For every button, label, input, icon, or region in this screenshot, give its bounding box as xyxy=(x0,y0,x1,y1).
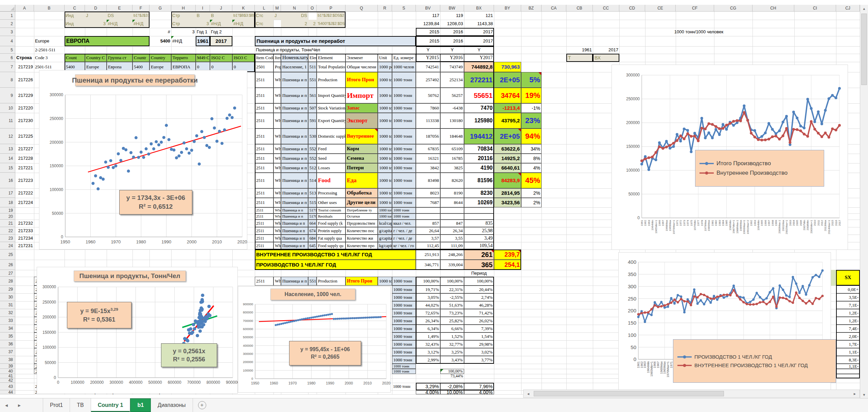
cell-L26[interactable]: ПРОИЗВОДСТВО 1 ЧЕЛ./КГ ГОД xyxy=(255,260,416,270)
cell-S37[interactable]: 1000 тонн xyxy=(392,348,416,356)
cell-R13[interactable]: 1000 ton xyxy=(378,144,392,154)
cell-CJ39[interactable]: 1,1E- xyxy=(836,364,860,369)
cell-Q24[interactable]: Количество про xyxy=(346,242,378,250)
row-header-38[interactable]: 38 xyxy=(0,356,15,364)
cell-BW22[interactable]: 26,34 xyxy=(440,227,464,235)
cell-CJ37[interactable]: 1,1E- xyxy=(836,348,860,356)
row-header-26[interactable]: 26 xyxy=(0,260,15,270)
cell-O14[interactable]: 5527 xyxy=(308,154,317,163)
cell-S7[interactable]: 1000 челов xyxy=(392,62,416,72)
cell-N22[interactable]: Пшеница и п xyxy=(281,227,308,235)
cell-P19[interactable]: Tourist consum xyxy=(317,207,346,213)
cell-BV11[interactable]: 113338 xyxy=(416,113,440,128)
tab-nav-left-icon[interactable]: ◄ xyxy=(0,398,13,412)
cell-L14[interactable]: 2511 xyxy=(255,154,273,163)
cell-M7[interactable]: Popu xyxy=(273,62,281,72)
cell-P2[interactable]: '5400'!$J$2:$DS$2 xyxy=(317,20,346,28)
row-header-39[interactable]: 39 xyxy=(0,364,15,369)
cell-J3[interactable]: Год 2 xyxy=(210,28,232,36)
row-header-13[interactable]: 13 xyxy=(0,144,15,154)
hscroll-thumb[interactable] xyxy=(534,391,724,396)
column-header-BX[interactable]: BX xyxy=(464,5,494,12)
cell-BZ12[interactable]: 94% xyxy=(521,128,542,144)
cell-O10[interactable]: 5072 xyxy=(308,103,317,113)
cell-BW23[interactable]: 3,55 xyxy=(440,235,464,242)
cell-B5[interactable]: 2-2501-511 xyxy=(34,46,65,54)
cell-O23[interactable]: 684 xyxy=(308,235,317,242)
row-header-9[interactable]: 9 xyxy=(0,88,15,103)
cell-Q23[interactable]: Количество жи xyxy=(346,235,378,242)
cell-BX12[interactable]: 194412 xyxy=(464,128,494,144)
cell-R21[interactable]: kcal/capi xyxy=(378,220,392,227)
cell-P23[interactable]: Fat supply qua xyxy=(317,235,346,242)
cell-H4[interactable]: #Н/Д xyxy=(171,36,196,46)
cell-R22[interactable]: g/capita/ xyxy=(378,227,392,235)
cell-E1[interactable]: DS xyxy=(107,12,132,20)
cell-BX14[interactable]: 20116 xyxy=(464,154,494,163)
cell-BX44[interactable]: 4,00% xyxy=(464,390,494,394)
cell-O6[interactable]: Elemen xyxy=(308,54,317,62)
cell-BX26[interactable]: 365 xyxy=(464,260,494,270)
cell-E2[interactable]: #Н/Д xyxy=(107,20,132,28)
row-header-24[interactable]: 24 xyxy=(0,242,15,250)
row-header-10[interactable]: 10 xyxy=(0,103,15,113)
cell-BZ17[interactable]: 2% xyxy=(521,188,542,198)
column-header-R[interactable]: R xyxy=(378,5,392,12)
cell-BV10[interactable]: 7860 xyxy=(416,103,440,113)
cell-P20[interactable]: Residuals xyxy=(317,213,346,220)
cell-P14[interactable]: Seed xyxy=(317,154,346,163)
row-header-22[interactable]: 22 xyxy=(0,227,15,235)
cell-H6[interactable]: Террито xyxy=(171,54,196,62)
cell-L13[interactable]: 2511 xyxy=(255,144,273,154)
cell-N16[interactable]: Пшеница и п xyxy=(281,173,308,188)
cell-A12[interactable]: 217225 xyxy=(15,128,34,144)
cell-BY17[interactable]: 2814,95 xyxy=(494,188,521,198)
row-header-29[interactable]: 29 xyxy=(0,286,15,293)
cell-BW41[interactable]: 73,44% xyxy=(440,374,464,378)
cell-B6[interactable]: Code 3 xyxy=(34,54,65,62)
column-header-B[interactable]: B xyxy=(34,5,65,12)
cell-BY13[interactable]: 63622,6 xyxy=(494,144,521,154)
cell-P8[interactable]: Production xyxy=(317,72,346,88)
cell-BZ8[interactable]: 5% xyxy=(521,72,542,88)
cell-D6[interactable]: Country C xyxy=(85,54,107,62)
cell-I4[interactable]: 1961 xyxy=(196,36,210,46)
cell-A21[interactable]: 217232 xyxy=(15,220,34,227)
cell-BX2[interactable]: 1143,38 xyxy=(464,20,494,28)
cell-CC5[interactable]: 2017 xyxy=(593,46,619,54)
cell-P17[interactable]: Processing xyxy=(317,188,346,198)
cell-BV16[interactable]: 83498 xyxy=(416,173,440,188)
cell-N8[interactable]: Пшеница и п xyxy=(281,72,308,88)
cell-BV20[interactable] xyxy=(416,213,440,220)
cell-Q28[interactable]: Итого Прои xyxy=(346,277,378,286)
row-header-43[interactable]: 43 xyxy=(0,383,15,390)
cell-BW10[interactable]: -6438 xyxy=(440,103,464,113)
wheat-production-scatter[interactable]: 0500001000001500002000002500003000001950… xyxy=(39,70,247,250)
cell-CJ34[interactable]: 7,4E- xyxy=(836,325,860,332)
cell-O22[interactable]: 674 xyxy=(308,227,317,235)
cell-L11[interactable]: 2511 xyxy=(255,113,273,128)
cell-Q15[interactable]: Потери xyxy=(346,163,378,173)
cell-S10[interactable]: 1000 тонн xyxy=(392,103,416,113)
cell-M15[interactable]: Whe xyxy=(273,163,281,173)
cell-BX29[interactable]: 20,44% xyxy=(464,286,494,293)
cell-Q20[interactable]: Остатки xyxy=(346,213,378,220)
cell-BW7[interactable]: 743749 xyxy=(440,62,464,72)
cell-BV32[interactable]: 72,65% xyxy=(416,309,440,317)
cell-BW29[interactable]: 22,31% xyxy=(440,286,464,293)
cell-BW1[interactable]: 119 xyxy=(440,12,464,20)
cell-BV36[interactable]: 32,43% xyxy=(416,340,440,348)
cell-M22[interactable]: Whe xyxy=(273,227,281,235)
cell-O15[interactable]: 5123 xyxy=(308,163,317,173)
cell-K1[interactable]: b1'!$B$3:$B$206 xyxy=(232,12,255,20)
vertical-scrollbar[interactable]: ▲▼ xyxy=(860,5,868,398)
cell-BW44[interactable]: 10,00% xyxy=(440,390,464,394)
cell-O24[interactable]: 645 xyxy=(308,242,317,250)
cell-BX35[interactable]: 1,54% xyxy=(464,332,494,340)
cell-S13[interactable]: 1000 тонн xyxy=(392,144,416,154)
cell-S34[interactable]: 1000 тонн xyxy=(392,325,416,332)
column-header-CC[interactable]: CC xyxy=(593,5,619,12)
cell-S16[interactable]: 1000 тонн xyxy=(392,173,416,188)
cell-S28[interactable]: 1000 тонн xyxy=(392,277,416,286)
cell-S21[interactable]: ккал / чел. xyxy=(392,220,416,227)
